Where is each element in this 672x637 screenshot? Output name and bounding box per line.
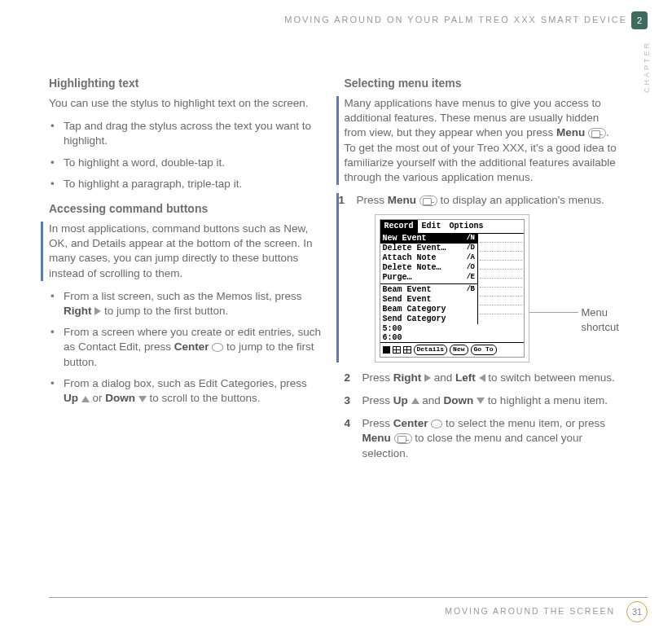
dpad-right-icon bbox=[424, 374, 431, 382]
bullet-item: From a dialog box, such as Edit Categori… bbox=[49, 376, 324, 406]
dpad-right-icon bbox=[94, 307, 101, 315]
step-2: 2 Press Right and Left to switch between… bbox=[345, 371, 620, 385]
center-button-icon bbox=[212, 343, 223, 352]
heading-accessing-command-buttons: Accessing command buttons bbox=[49, 201, 324, 217]
center-button-icon bbox=[431, 420, 442, 428]
screenshot-button-new: New bbox=[450, 345, 468, 355]
screenshot-time-lines bbox=[478, 234, 524, 324]
dpad-left-icon bbox=[479, 374, 485, 382]
step-4: 4 Press Center to select the menu item, … bbox=[345, 416, 620, 461]
command-intro: In most applications, command buttons su… bbox=[41, 222, 324, 281]
callout-menu-shortcut: Menu shortcut bbox=[582, 305, 620, 334]
bullet-item: From a list screen, such as the Memos li… bbox=[49, 289, 324, 318]
callout-leader-line bbox=[529, 312, 578, 313]
screenshot-menubar: Record Edit Options bbox=[380, 220, 524, 234]
screenshot-button-details: Details bbox=[414, 345, 448, 355]
screenshot-menu-dropdown: New Event/N Delete Event…/D Attach Note/… bbox=[380, 234, 478, 324]
screenshot-button-goto: Go To bbox=[471, 345, 497, 355]
bullet-item: Tap and drag the stylus across the text … bbox=[49, 119, 324, 148]
selecting-intro: Many applications have menus to give you… bbox=[336, 96, 620, 185]
screenshot-bottom-bar: Details New Go To bbox=[380, 342, 524, 357]
running-head: MOVING AROUND ON YOUR PALM TREO XXX SMAR… bbox=[0, 15, 627, 24]
heading-highlighting-text: Highlighting text bbox=[49, 76, 324, 91]
bullet-item: From a screen where you create or edit e… bbox=[49, 325, 324, 370]
dpad-down-icon bbox=[138, 396, 147, 402]
content-columns: Highlighting text You can use the stylus… bbox=[49, 69, 619, 471]
menu-key-icon bbox=[419, 195, 437, 206]
highlight-bullets: Tap and drag the stylus across the text … bbox=[49, 119, 324, 191]
menubar-tab-record: Record bbox=[380, 220, 418, 233]
selecting-steps: 1 Press Menu to display an application's… bbox=[345, 193, 620, 461]
heading-selecting-menu-items: Selecting menu items bbox=[345, 76, 620, 91]
bullet-item: To highlight a paragraph, triple-tap it. bbox=[49, 177, 324, 191]
footer-rule bbox=[49, 597, 648, 598]
screenshot-time-labels: 5:00 6:00 bbox=[380, 324, 524, 342]
step-1: 1 Press Menu to display an application's… bbox=[336, 193, 620, 362]
highlight-intro: You can use the stylus to highlight text… bbox=[49, 96, 324, 111]
dpad-up-icon bbox=[81, 396, 90, 402]
dpad-down-icon bbox=[477, 398, 485, 404]
chapter-label: CHAPTER bbox=[643, 41, 651, 93]
left-column: Highlighting text You can use the stylus… bbox=[49, 69, 324, 471]
command-bullets: From a list screen, such as the Memos li… bbox=[49, 289, 324, 406]
menubar-tab-edit: Edit bbox=[418, 220, 446, 233]
bullet-item: To highlight a word, double-tap it. bbox=[49, 156, 324, 170]
page: MOVING AROUND ON YOUR PALM TREO XXX SMAR… bbox=[0, 0, 672, 637]
right-column: Selecting menu items Many applications h… bbox=[345, 69, 620, 471]
menu-key-icon bbox=[588, 128, 606, 138]
page-number: 31 bbox=[626, 601, 648, 622]
embedded-screenshot-wrap: Record Edit Options New Event/N Delete E… bbox=[357, 214, 620, 362]
screenshot-icon bbox=[383, 346, 390, 354]
menu-key-icon bbox=[394, 433, 412, 444]
dpad-up-icon bbox=[411, 398, 419, 404]
embedded-screenshot: Record Edit Options New Event/N Delete E… bbox=[375, 214, 529, 362]
chapter-number-tab: 2 bbox=[631, 11, 648, 29]
screenshot-icon bbox=[403, 346, 411, 354]
footer-text: MOVING AROUND THE SCREEN bbox=[445, 606, 615, 616]
step-3: 3 Press Up and Down to highlight a menu … bbox=[345, 393, 620, 408]
screenshot-icon bbox=[393, 346, 401, 354]
menubar-tab-options: Options bbox=[446, 220, 488, 233]
